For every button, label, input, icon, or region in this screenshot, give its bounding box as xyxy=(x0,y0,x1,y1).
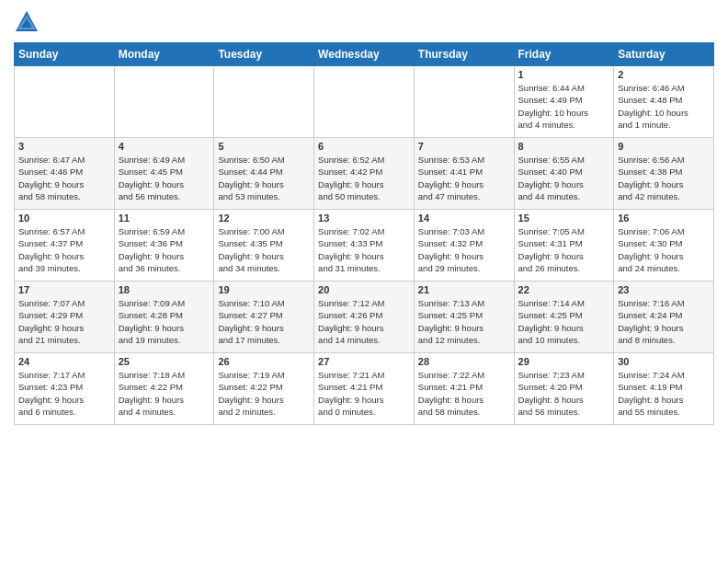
day-info: Sunrise: 7:10 AM Sunset: 4:27 PM Dayligh… xyxy=(218,297,310,346)
calendar-cell xyxy=(314,66,415,138)
calendar-week-3: 10Sunrise: 6:57 AM Sunset: 4:37 PM Dayli… xyxy=(15,210,714,282)
calendar-cell: 12Sunrise: 7:00 AM Sunset: 4:35 PM Dayli… xyxy=(214,210,314,282)
day-number: 12 xyxy=(218,213,310,224)
day-info: Sunrise: 6:55 AM Sunset: 4:40 PM Dayligh… xyxy=(518,154,610,202)
day-info: Sunrise: 7:16 AM Sunset: 4:24 PM Dayligh… xyxy=(618,297,710,346)
day-info: Sunrise: 6:47 AM Sunset: 4:46 PM Dayligh… xyxy=(18,154,110,202)
page-container: Sunday Monday Tuesday Wednesday Thursday… xyxy=(0,0,728,434)
calendar-week-5: 24Sunrise: 7:17 AM Sunset: 4:23 PM Dayli… xyxy=(15,353,714,425)
day-info: Sunrise: 6:59 AM Sunset: 4:36 PM Dayligh… xyxy=(119,225,210,274)
day-number: 15 xyxy=(518,213,610,224)
calendar-week-2: 3Sunrise: 6:47 AM Sunset: 4:46 PM Daylig… xyxy=(15,138,714,210)
calendar-body: 1Sunrise: 6:44 AM Sunset: 4:49 PM Daylig… xyxy=(15,66,714,425)
day-info: Sunrise: 7:07 AM Sunset: 4:29 PM Dayligh… xyxy=(18,297,110,346)
day-number: 9 xyxy=(618,141,710,152)
day-info: Sunrise: 6:57 AM Sunset: 4:37 PM Dayligh… xyxy=(18,225,110,274)
day-number: 4 xyxy=(119,141,210,152)
day-info: Sunrise: 7:06 AM Sunset: 4:30 PM Dayligh… xyxy=(618,225,710,274)
header-wednesday: Wednesday xyxy=(314,43,415,66)
header-thursday: Thursday xyxy=(414,43,514,66)
calendar-week-4: 17Sunrise: 7:07 AM Sunset: 4:29 PM Dayli… xyxy=(15,282,714,353)
day-info: Sunrise: 7:05 AM Sunset: 4:31 PM Dayligh… xyxy=(518,225,610,274)
day-number: 22 xyxy=(518,284,610,295)
calendar-cell: 23Sunrise: 7:16 AM Sunset: 4:24 PM Dayli… xyxy=(614,282,714,353)
header-friday: Friday xyxy=(514,43,614,66)
header-saturday: Saturday xyxy=(614,43,714,66)
day-number: 1 xyxy=(518,69,610,80)
calendar-cell: 15Sunrise: 7:05 AM Sunset: 4:31 PM Dayli… xyxy=(514,210,614,282)
calendar-week-1: 1Sunrise: 6:44 AM Sunset: 4:49 PM Daylig… xyxy=(15,66,714,138)
calendar-cell: 7Sunrise: 6:53 AM Sunset: 4:41 PM Daylig… xyxy=(414,138,514,210)
day-number: 29 xyxy=(518,356,610,367)
calendar-cell: 27Sunrise: 7:21 AM Sunset: 4:21 PM Dayli… xyxy=(314,353,415,425)
day-info: Sunrise: 7:21 AM Sunset: 4:21 PM Dayligh… xyxy=(318,369,410,418)
day-number: 20 xyxy=(318,284,410,295)
header-row: Sunday Monday Tuesday Wednesday Thursday… xyxy=(15,43,714,66)
day-info: Sunrise: 6:53 AM Sunset: 4:41 PM Dayligh… xyxy=(418,154,510,202)
day-number: 11 xyxy=(119,213,210,224)
day-info: Sunrise: 6:44 AM Sunset: 4:49 PM Dayligh… xyxy=(518,82,610,131)
day-info: Sunrise: 7:19 AM Sunset: 4:22 PM Dayligh… xyxy=(218,369,310,418)
calendar-cell: 3Sunrise: 6:47 AM Sunset: 4:46 PM Daylig… xyxy=(15,138,115,210)
calendar-cell: 29Sunrise: 7:23 AM Sunset: 4:20 PM Dayli… xyxy=(514,353,614,425)
page-header xyxy=(14,9,714,35)
day-number: 2 xyxy=(618,69,710,80)
header-monday: Monday xyxy=(114,43,214,66)
day-info: Sunrise: 7:02 AM Sunset: 4:33 PM Dayligh… xyxy=(318,225,410,274)
logo xyxy=(14,9,41,35)
day-number: 23 xyxy=(618,284,710,295)
calendar-cell: 8Sunrise: 6:55 AM Sunset: 4:40 PM Daylig… xyxy=(514,138,614,210)
calendar-cell: 19Sunrise: 7:10 AM Sunset: 4:27 PM Dayli… xyxy=(214,282,314,353)
header-sunday: Sunday xyxy=(15,43,115,66)
calendar-cell: 6Sunrise: 6:52 AM Sunset: 4:42 PM Daylig… xyxy=(314,138,415,210)
day-number: 7 xyxy=(418,141,510,152)
day-info: Sunrise: 7:18 AM Sunset: 4:22 PM Dayligh… xyxy=(119,369,210,418)
day-number: 24 xyxy=(18,356,110,367)
logo-icon xyxy=(14,9,40,35)
calendar-cell: 17Sunrise: 7:07 AM Sunset: 4:29 PM Dayli… xyxy=(15,282,115,353)
day-info: Sunrise: 6:50 AM Sunset: 4:44 PM Dayligh… xyxy=(218,154,310,202)
day-number: 17 xyxy=(18,284,110,295)
day-info: Sunrise: 6:49 AM Sunset: 4:45 PM Dayligh… xyxy=(119,154,210,202)
calendar-cell: 16Sunrise: 7:06 AM Sunset: 4:30 PM Dayli… xyxy=(614,210,714,282)
day-number: 28 xyxy=(418,356,510,367)
calendar-cell: 14Sunrise: 7:03 AM Sunset: 4:32 PM Dayli… xyxy=(414,210,514,282)
calendar-cell: 22Sunrise: 7:14 AM Sunset: 4:25 PM Dayli… xyxy=(514,282,614,353)
calendar-cell: 5Sunrise: 6:50 AM Sunset: 4:44 PM Daylig… xyxy=(214,138,314,210)
calendar-cell: 25Sunrise: 7:18 AM Sunset: 4:22 PM Dayli… xyxy=(114,353,214,425)
day-info: Sunrise: 7:00 AM Sunset: 4:35 PM Dayligh… xyxy=(218,225,310,274)
day-number: 8 xyxy=(518,141,610,152)
day-info: Sunrise: 7:22 AM Sunset: 4:21 PM Dayligh… xyxy=(418,369,510,418)
calendar-cell: 13Sunrise: 7:02 AM Sunset: 4:33 PM Dayli… xyxy=(314,210,415,282)
calendar-cell: 26Sunrise: 7:19 AM Sunset: 4:22 PM Dayli… xyxy=(214,353,314,425)
calendar-table: Sunday Monday Tuesday Wednesday Thursday… xyxy=(14,42,714,425)
day-info: Sunrise: 6:52 AM Sunset: 4:42 PM Dayligh… xyxy=(318,154,410,202)
calendar-cell xyxy=(414,66,514,138)
calendar-cell: 21Sunrise: 7:13 AM Sunset: 4:25 PM Dayli… xyxy=(414,282,514,353)
calendar-cell: 18Sunrise: 7:09 AM Sunset: 4:28 PM Dayli… xyxy=(114,282,214,353)
calendar-cell xyxy=(214,66,314,138)
day-info: Sunrise: 6:56 AM Sunset: 4:38 PM Dayligh… xyxy=(618,154,710,202)
calendar-cell: 10Sunrise: 6:57 AM Sunset: 4:37 PM Dayli… xyxy=(15,210,115,282)
day-info: Sunrise: 7:13 AM Sunset: 4:25 PM Dayligh… xyxy=(418,297,510,346)
day-number: 27 xyxy=(318,356,410,367)
calendar-cell: 4Sunrise: 6:49 AM Sunset: 4:45 PM Daylig… xyxy=(114,138,214,210)
calendar-cell xyxy=(114,66,214,138)
calendar-cell: 28Sunrise: 7:22 AM Sunset: 4:21 PM Dayli… xyxy=(414,353,514,425)
day-number: 18 xyxy=(119,284,210,295)
day-number: 25 xyxy=(119,356,210,367)
day-number: 3 xyxy=(18,141,110,152)
day-info: Sunrise: 7:14 AM Sunset: 4:25 PM Dayligh… xyxy=(518,297,610,346)
day-number: 21 xyxy=(418,284,510,295)
day-info: Sunrise: 7:12 AM Sunset: 4:26 PM Dayligh… xyxy=(318,297,410,346)
day-info: Sunrise: 7:03 AM Sunset: 4:32 PM Dayligh… xyxy=(418,225,510,274)
day-info: Sunrise: 7:09 AM Sunset: 4:28 PM Dayligh… xyxy=(119,297,210,346)
header-tuesday: Tuesday xyxy=(214,43,314,66)
calendar-cell: 20Sunrise: 7:12 AM Sunset: 4:26 PM Dayli… xyxy=(314,282,415,353)
day-number: 16 xyxy=(618,213,710,224)
day-number: 5 xyxy=(218,141,310,152)
day-number: 19 xyxy=(218,284,310,295)
day-info: Sunrise: 7:24 AM Sunset: 4:19 PM Dayligh… xyxy=(618,369,710,418)
day-info: Sunrise: 6:46 AM Sunset: 4:48 PM Dayligh… xyxy=(618,82,710,131)
day-number: 10 xyxy=(18,213,110,224)
